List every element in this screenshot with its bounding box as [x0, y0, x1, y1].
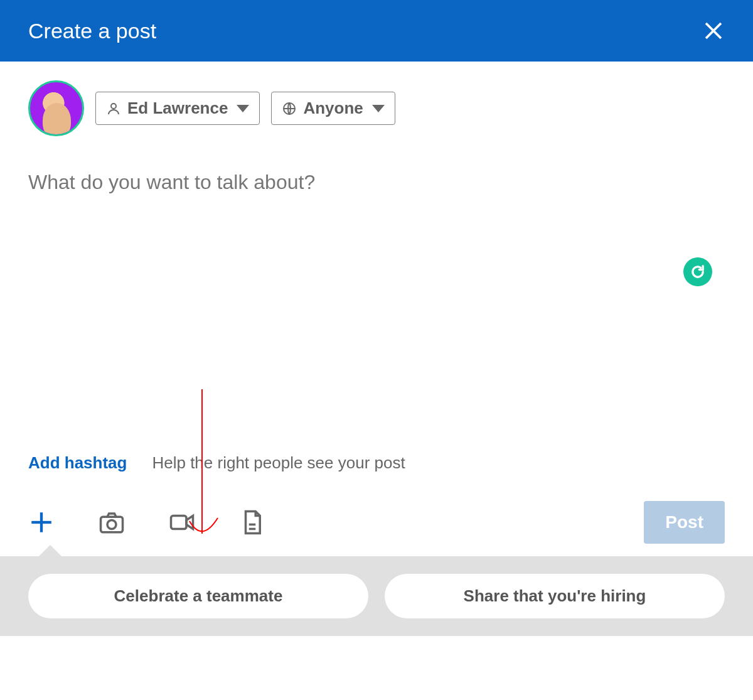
toolbar: Post: [0, 501, 753, 556]
svg-rect-8: [171, 516, 187, 529]
visibility-dropdown[interactable]: Anyone: [271, 92, 395, 125]
suggestion-celebrate-teammate[interactable]: Celebrate a teammate: [28, 574, 368, 618]
add-document-button[interactable]: [239, 509, 265, 536]
hashtag-row: Add hashtag Help the right people see yo…: [28, 453, 725, 473]
suggestions-bar: Celebrate a teammate Share that you're h…: [0, 556, 753, 636]
globe-icon: [282, 101, 297, 116]
visibility-label: Anyone: [303, 99, 363, 118]
add-photo-button[interactable]: [99, 509, 125, 536]
author-row: Ed Lawrence Anyone: [28, 80, 725, 136]
grammarly-button[interactable]: [683, 257, 712, 286]
chevron-down-icon: [237, 105, 249, 112]
add-button[interactable]: [28, 509, 55, 536]
author-dropdown[interactable]: Ed Lawrence: [95, 92, 260, 125]
grammarly-icon: [689, 263, 707, 281]
hashtag-help-text: Help the right people see your post: [152, 453, 405, 473]
author-name: Ed Lawrence: [127, 99, 228, 118]
post-textarea[interactable]: [28, 171, 725, 447]
suggestion-share-hiring[interactable]: Share that you're hiring: [385, 574, 725, 618]
svg-point-7: [107, 520, 116, 529]
modal-title: Create a post: [28, 19, 156, 43]
chevron-down-icon: [372, 105, 385, 112]
post-button[interactable]: Post: [644, 501, 725, 544]
video-icon: [169, 509, 195, 536]
person-icon: [106, 101, 121, 116]
plus-icon: [28, 509, 55, 536]
close-button[interactable]: [702, 19, 725, 42]
modal-body: Ed Lawrence Anyone Add hashtag Help the …: [0, 62, 753, 473]
camera-icon: [99, 509, 125, 536]
svg-point-2: [111, 104, 116, 109]
document-icon: [239, 509, 265, 536]
close-icon: [702, 19, 725, 42]
add-video-button[interactable]: [169, 509, 195, 536]
modal-header: Create a post: [0, 0, 753, 62]
avatar[interactable]: [28, 80, 84, 136]
add-hashtag-button[interactable]: Add hashtag: [28, 453, 127, 473]
composer-area: [28, 171, 725, 447]
toolbar-left: [28, 509, 265, 536]
